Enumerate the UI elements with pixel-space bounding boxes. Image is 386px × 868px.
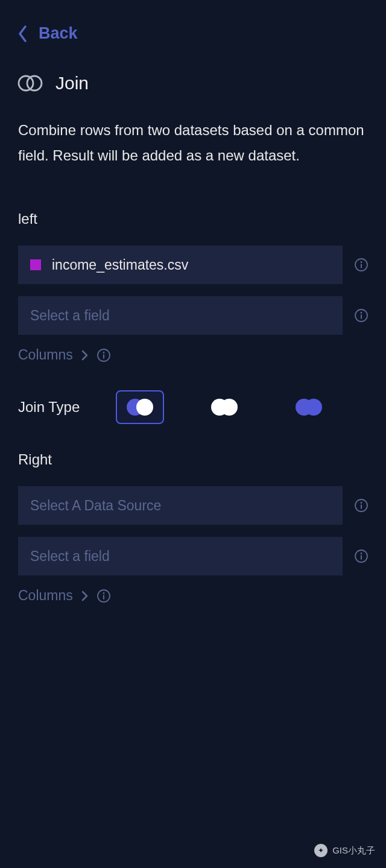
svg-point-15 bbox=[361, 553, 362, 554]
left-field-select[interactable]: Select a field bbox=[18, 296, 343, 335]
join-type-left-button[interactable] bbox=[116, 390, 164, 424]
page-title: Join bbox=[55, 73, 89, 93]
svg-rect-19 bbox=[103, 595, 104, 599]
left-datasource-select[interactable]: income_estimates.csv bbox=[18, 246, 343, 284]
inner-join-icon bbox=[211, 399, 238, 416]
svg-point-3 bbox=[361, 261, 362, 263]
info-icon[interactable] bbox=[97, 349, 110, 362]
info-icon[interactable] bbox=[355, 550, 368, 563]
right-section-label: Right bbox=[18, 451, 368, 468]
wechat-icon: ✦ bbox=[314, 844, 327, 857]
chevron-right-icon bbox=[81, 350, 89, 361]
right-columns-label: Columns bbox=[18, 588, 73, 604]
svg-rect-7 bbox=[361, 315, 362, 319]
left-section-label: left bbox=[18, 211, 368, 227]
join-type-label: Join Type bbox=[18, 399, 80, 416]
svg-point-9 bbox=[103, 352, 104, 353]
svg-point-6 bbox=[361, 312, 362, 314]
left-columns-label: Columns bbox=[18, 347, 73, 363]
page-title-row: Join bbox=[18, 73, 368, 93]
dataset-color-swatch bbox=[30, 259, 41, 270]
svg-point-12 bbox=[361, 502, 362, 504]
info-icon[interactable] bbox=[355, 499, 368, 512]
right-field-placeholder: Select a field bbox=[30, 548, 110, 565]
right-datasource-placeholder: Select A Data Source bbox=[30, 498, 161, 514]
svg-rect-10 bbox=[103, 354, 104, 358]
right-datasource-select[interactable]: Select A Data Source bbox=[18, 486, 343, 525]
chevron-right-icon bbox=[81, 591, 89, 601]
right-columns-expander[interactable]: Columns bbox=[18, 588, 368, 604]
watermark-text: GIS小丸子 bbox=[332, 845, 375, 857]
left-datasource-value: income_estimates.csv bbox=[52, 257, 188, 273]
info-icon[interactable] bbox=[97, 589, 110, 603]
svg-point-0 bbox=[19, 76, 33, 90]
back-button[interactable]: Back bbox=[18, 24, 368, 43]
left-join-icon bbox=[127, 399, 153, 416]
chevron-left-icon bbox=[18, 25, 28, 42]
join-type-options bbox=[116, 390, 333, 424]
svg-point-18 bbox=[103, 592, 104, 594]
left-columns-expander[interactable]: Columns bbox=[18, 347, 368, 363]
description-text: Combine rows from two datasets based on … bbox=[18, 118, 368, 168]
join-type-right-button[interactable] bbox=[285, 390, 333, 424]
watermark: ✦ GIS小丸子 bbox=[314, 844, 375, 857]
svg-rect-4 bbox=[361, 264, 362, 268]
info-icon[interactable] bbox=[355, 258, 368, 271]
join-icon bbox=[18, 74, 42, 92]
right-field-select[interactable]: Select a field bbox=[18, 537, 343, 575]
left-field-placeholder: Select a field bbox=[30, 308, 110, 324]
right-join-icon bbox=[296, 399, 322, 416]
info-icon[interactable] bbox=[355, 309, 368, 322]
join-type-inner-button[interactable] bbox=[200, 390, 248, 424]
svg-rect-16 bbox=[361, 556, 362, 560]
svg-rect-13 bbox=[361, 505, 362, 509]
svg-point-1 bbox=[27, 76, 42, 90]
back-label: Back bbox=[39, 24, 78, 43]
